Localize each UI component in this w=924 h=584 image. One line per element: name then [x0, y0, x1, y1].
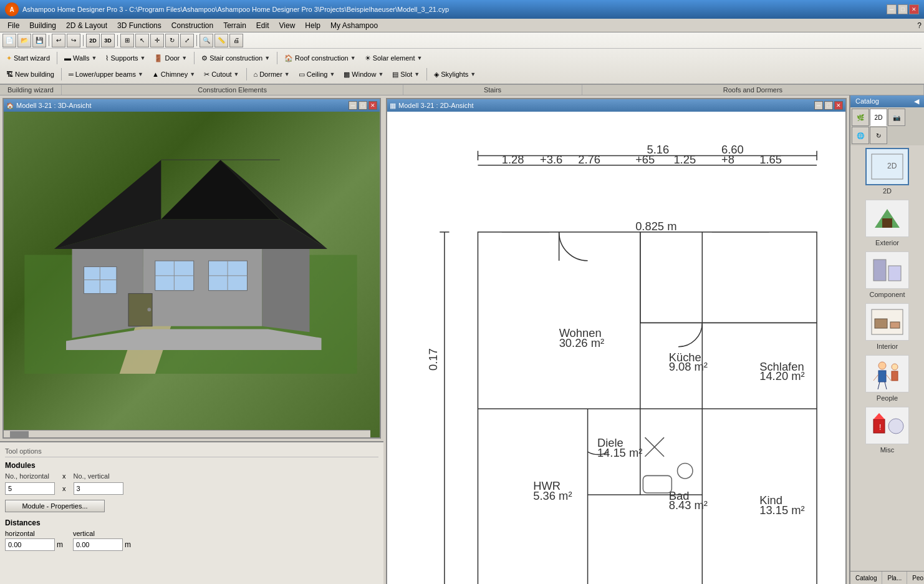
skylight-icon: ◈ [434, 71, 439, 79]
catalog-item-component[interactable]: Component [853, 251, 922, 298]
ceiling-btn[interactable]: ▭ Ceiling ▼ [295, 67, 339, 81]
supports-btn[interactable]: ⌇ Supports ▼ [102, 51, 149, 65]
section-building-wizard: Building wizard [0, 85, 62, 95]
catalog-arrow-icon[interactable]: ◀ [914, 97, 919, 105]
catalog-item-misc[interactable]: ! Misc [853, 407, 922, 454]
rotate-btn[interactable]: ↻ [165, 34, 179, 47]
2d-view-close[interactable]: ✕ [834, 101, 843, 110]
svg-line-103 [886, 374, 891, 381]
catalog-component-label: Component [870, 291, 905, 298]
undo-btn[interactable]: ↩ [52, 34, 65, 47]
catalog-item-2d[interactable]: 2D 2D [853, 148, 922, 195]
roof-construction-btn[interactable]: 🏠 Roof construction ▼ [281, 51, 360, 65]
svg-text:2D: 2D [887, 162, 897, 170]
catalog-item-exterior[interactable]: Exterior [853, 200, 922, 246]
menu-edit[interactable]: Edit [251, 20, 274, 31]
beams-btn[interactable]: ═ Lower/upper beams ▼ [65, 67, 147, 81]
catalog-bottom-peo[interactable]: Peo... [907, 572, 924, 584]
start-wizard-btn[interactable]: ✦ Start wizard [2, 51, 54, 65]
new-btn[interactable]: 📄 [2, 34, 16, 47]
horizontal-dist-input[interactable] [5, 538, 55, 551]
skylights-btn[interactable]: ◈ Skylights ▼ [430, 67, 479, 81]
no-horizontal-input[interactable] [5, 482, 55, 495]
select-btn[interactable]: ↖ [135, 34, 149, 47]
menu-view[interactable]: View [274, 20, 301, 31]
svg-text:1.28: 1.28 [502, 153, 524, 166]
menu-bar: File Building 2D & Layout 3D Functions C… [0, 19, 924, 32]
2d-view-maximize[interactable]: □ [824, 101, 833, 110]
solar-element-btn[interactable]: ☀ Solar element ▼ [361, 51, 426, 65]
catalog-tab-2d[interactable]: 2D [870, 109, 887, 126]
catalog-misc-label: Misc [880, 446, 895, 454]
menu-building[interactable]: Building [24, 20, 61, 31]
3d-view-btn[interactable]: 3D [101, 34, 115, 47]
no-vertical-label: No., vertical [74, 472, 123, 480]
svg-line-105 [885, 382, 887, 389]
menu-construction[interactable]: Construction [166, 20, 218, 31]
print-btn[interactable]: 🖨 [229, 34, 243, 47]
no-vertical-input[interactable] [74, 482, 123, 495]
title-bar: A Ashampoo Home Designer Pro 3 - C:\Prog… [0, 0, 924, 19]
3d-view-content[interactable] [4, 112, 380, 437]
catalog-people-label: People [877, 394, 898, 402]
slot-icon: ▤ [392, 71, 398, 79]
floorplan-area[interactable]: 5.16 6.60 1.28 +3.6 2.76 +65 1.25 +8 1.6… [387, 112, 845, 584]
window-btn[interactable]: ▩ Window ▼ [340, 67, 387, 81]
slot-btn[interactable]: ▤ Slot ▼ [388, 67, 423, 81]
zoom-btn[interactable]: 🔍 [200, 34, 213, 47]
distances-section-title: Distances [5, 518, 378, 527]
menu-myashampoo[interactable]: My Ashampoo [325, 20, 383, 31]
scale-btn[interactable]: ⤢ [180, 34, 194, 47]
maximize-button[interactable]: □ [898, 4, 908, 14]
catalog-bottom-catalog[interactable]: Catalog [850, 572, 882, 584]
door-btn[interactable]: 🚪 Door ▼ [150, 51, 191, 65]
catalog-tab-leaf[interactable]: 🌿 [852, 109, 869, 126]
catalog-tab-rotate[interactable]: ↻ [870, 127, 887, 144]
2d-view-icon: ▦ [390, 102, 396, 110]
2d-view-minimize[interactable]: ─ [814, 101, 823, 110]
svg-marker-8 [161, 160, 279, 219]
3d-view-minimize[interactable]: ─ [349, 101, 357, 110]
catalog-bottom-pla[interactable]: Pla... [882, 572, 907, 584]
menu-terrain[interactable]: Terrain [218, 20, 251, 31]
svg-rect-99 [890, 322, 900, 328]
cutout-btn[interactable]: ✂ Cutout ▼ [200, 67, 243, 81]
menu-2dlayout[interactable]: 2D & Layout [61, 20, 112, 31]
new-building-btn[interactable]: 🏗 New building [2, 67, 58, 81]
catalog-tab-globe[interactable]: 🌐 [852, 127, 869, 144]
catalog-tab-photo[interactable]: 📷 [888, 109, 905, 126]
3d-view-titlebar: 🏠 Modell 3-21 : 3D-Ansicht ─ □ ✕ [4, 99, 380, 112]
no-horizontal-label: No., horizontal [5, 472, 55, 480]
vertical-dist-input[interactable] [73, 538, 123, 551]
beam-icon: ═ [69, 71, 74, 78]
dormer-btn[interactable]: ⌂ Dormer ▼ [250, 67, 294, 81]
building-icon: 🏗 [6, 71, 13, 78]
3d-view-icon: 🏠 [6, 102, 14, 109]
menu-3dfunctions[interactable]: 3D Functions [112, 20, 166, 31]
walls-btn[interactable]: ▬ Walls ▼ [60, 51, 100, 65]
minimize-button[interactable]: ─ [887, 4, 897, 14]
menu-help[interactable]: Help [300, 20, 325, 31]
redo-btn[interactable]: ↪ [67, 34, 80, 47]
grid-btn[interactable]: ⊞ [120, 34, 134, 47]
3d-view-close[interactable]: ✕ [368, 101, 377, 110]
catalog-item-interior[interactable]: Interior [853, 303, 922, 350]
save-btn[interactable]: 💾 [32, 34, 46, 47]
move-btn[interactable]: ✛ [150, 34, 164, 47]
chimney-btn[interactable]: ▲ Chimney ▼ [148, 67, 199, 81]
tool-options-title: Tool options [5, 447, 378, 457]
menu-file[interactable]: File [2, 20, 24, 31]
module-properties-btn[interactable]: Module - Properties... [5, 500, 105, 512]
close-button[interactable]: ✕ [909, 4, 919, 14]
measure-btn[interactable]: 📏 [214, 34, 228, 47]
3d-view-maximize[interactable]: □ [359, 101, 367, 110]
svg-marker-5 [262, 237, 309, 332]
svg-text:0.825 m: 0.825 m [635, 220, 676, 233]
open-btn[interactable]: 📂 [17, 34, 31, 47]
help-icon[interactable]: ? [917, 21, 922, 30]
catalog-item-people[interactable]: People [853, 355, 922, 402]
cutout-icon: ✂ [204, 71, 209, 79]
stair-construction-btn[interactable]: ⚙ Stair construction ▼ [198, 51, 274, 65]
svg-point-106 [892, 364, 898, 370]
2d-view-btn[interactable]: 2D [86, 34, 100, 47]
